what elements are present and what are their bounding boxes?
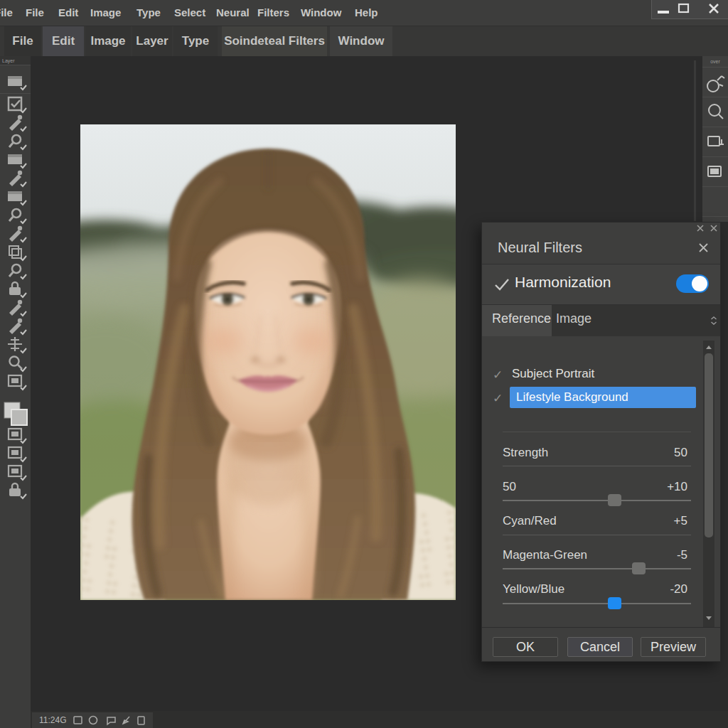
- svg-text:over: over: [710, 59, 720, 64]
